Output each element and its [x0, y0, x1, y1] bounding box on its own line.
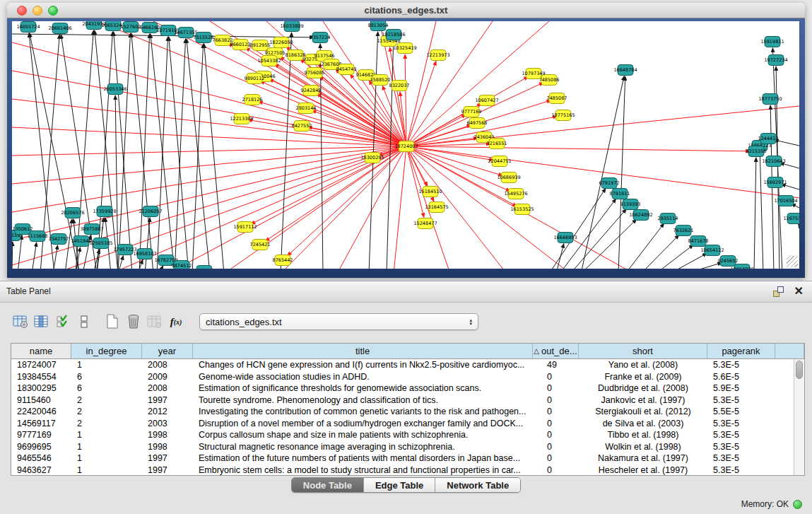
network-canvas[interactable]: 1872400718300295766382286601238912955182…	[12, 21, 799, 269]
citation-edge-black[interactable]	[159, 266, 163, 269]
cell-in_degree[interactable]: 6	[71, 382, 142, 395]
citation-edge-black[interactable]	[618, 76, 625, 269]
graph-node[interactable]: 9777169	[461, 107, 482, 117]
citation-edge-black[interactable]	[145, 218, 150, 269]
cell-title[interactable]: Embryonic stem cells: a model to study s…	[193, 465, 533, 476]
table-row[interactable]: 1456911722003Disruption of a novel membe…	[11, 418, 794, 430]
close-panel-icon[interactable]: ✕	[794, 284, 804, 298]
column-header-in_degree[interactable]: in_degree	[71, 344, 142, 358]
rows-icon[interactable]	[73, 311, 95, 332]
graph-node[interactable]: 1342757	[49, 234, 69, 245]
citation-edge-red[interactable]	[405, 54, 406, 146]
citation-edge-black[interactable]	[581, 219, 637, 269]
cell-year[interactable]: 2003	[142, 418, 193, 430]
cell-out_de[interactable]: 0	[533, 371, 579, 383]
column-header-short[interactable]: short	[579, 344, 707, 358]
column-header-title[interactable]: title	[193, 344, 533, 358]
cell-short[interactable]: Stergiakouli et al. (2012)	[579, 406, 707, 418]
graph-node[interactable]: 16210643	[762, 156, 785, 167]
graph-node[interactable]: 1115688	[28, 231, 48, 242]
column-header-name[interactable]: name	[11, 344, 71, 358]
graph-node[interactable]: 11675338	[783, 214, 799, 224]
cell-out_de[interactable]: 0	[533, 441, 579, 453]
cell-in_degree[interactable]: 1	[71, 441, 142, 453]
citation-edge-red[interactable]	[406, 146, 750, 151]
graph-node[interactable]: 20691406	[48, 23, 71, 34]
column-header-pagerank[interactable]: pagerank	[707, 344, 775, 358]
table-row[interactable]: 1872400712008Changes of HCN gene express…	[11, 359, 794, 371]
graph-node[interactable]: 1588520	[370, 75, 391, 86]
import-table-icon[interactable]	[144, 311, 165, 332]
cell-pagerank[interactable]: 5.3E-5	[707, 441, 775, 453]
graph-node[interactable]: 15692971	[763, 177, 787, 188]
graph-node[interactable]: 9139393	[620, 199, 641, 210]
cell-year[interactable]: 1997	[142, 465, 193, 476]
graph-node[interactable]: 8471678	[688, 236, 709, 247]
citation-edge-red[interactable]	[317, 94, 406, 146]
graph-node[interactable]: 7357224	[310, 33, 331, 43]
cell-short[interactable]: Tibbo et al. (1998)	[579, 429, 707, 441]
cell-year[interactable]: 1997	[142, 395, 193, 407]
cell-pagerank[interactable]: 5.3E-5	[707, 418, 775, 430]
cell-out_de[interactable]: 49	[533, 359, 579, 371]
graph-node[interactable]: 9242848	[301, 86, 322, 96]
citation-edge-black[interactable]	[139, 34, 150, 269]
cell-pagerank[interactable]: 5.6E-5	[707, 371, 775, 383]
column-header-out_de[interactable]: △out_de...	[533, 344, 579, 358]
cell-in_degree[interactable]: 2	[71, 406, 142, 418]
graph-node[interactable]: 1527602	[121, 22, 141, 33]
cell-name[interactable]: 9777169	[11, 429, 71, 441]
cell-name[interactable]: 14569117	[11, 418, 71, 430]
graph-node[interactable]: 8322037	[389, 81, 410, 91]
cell-in_degree[interactable]: 2	[71, 418, 142, 430]
cell-title[interactable]: Estimation of significance thresholds fo…	[193, 382, 533, 395]
cell-title[interactable]: Genome-wide association studies in ADHD.	[193, 371, 533, 383]
cell-year[interactable]: 2009	[142, 371, 193, 383]
table-row[interactable]: 2242004622012Investigating the contribut…	[11, 406, 794, 418]
graph-node[interactable]: 8791911	[610, 189, 630, 199]
citation-edge-black[interactable]	[204, 44, 224, 269]
cell-year[interactable]: 1998	[142, 429, 193, 441]
cell-short[interactable]: Nakamura et al. (1997)	[579, 452, 707, 465]
cell-name[interactable]: 18724007	[11, 359, 71, 371]
scrollbar-thumb[interactable]	[796, 361, 803, 379]
graph-node[interactable]: 16648784	[613, 65, 637, 76]
citation-edge-black[interactable]	[570, 209, 626, 269]
graph-node[interactable]: 15919811	[760, 37, 784, 47]
cell-name[interactable]: 9699695	[11, 441, 71, 453]
cell-year[interactable]: 2008	[142, 382, 193, 395]
citation-edge-black[interactable]	[281, 33, 292, 269]
cell-name[interactable]: 9463627	[11, 465, 71, 476]
cell-out_de[interactable]: 0	[533, 418, 579, 430]
graph-node[interactable]: 8427552	[292, 121, 312, 132]
citation-edge-black[interactable]	[169, 37, 189, 269]
cell-pagerank[interactable]: 5.3E-5	[707, 429, 775, 441]
graph-node[interactable]: 1451942	[71, 236, 92, 247]
citation-edge-black[interactable]	[175, 39, 186, 269]
window-titlebar[interactable]: citations_edges.txt	[7, 3, 805, 18]
citation-edge-black[interactable]	[157, 37, 168, 269]
graph-node[interactable]: 8813054	[368, 21, 389, 31]
graph-node[interactable]: 18775165	[551, 110, 575, 121]
cell-in_degree[interactable]: 1	[71, 429, 142, 441]
graph-node[interactable]: 9890112	[245, 74, 265, 84]
graph-node[interactable]: 18773750	[758, 94, 782, 105]
graph-node[interactable]: 7245421	[250, 240, 271, 250]
cell-pagerank[interactable]: 5.3E-5	[707, 452, 775, 465]
citation-edge-black[interactable]	[760, 152, 763, 269]
cell-title[interactable]: Corpus callosum shape and size in male p…	[193, 429, 533, 441]
cell-title[interactable]: Structural magnetic resonance image aver…	[193, 441, 533, 453]
citation-edge-black[interactable]	[32, 243, 37, 269]
column-header-year[interactable]: year	[142, 344, 193, 358]
cell-short[interactable]: Dudbridge et al. (2008)	[579, 382, 707, 395]
network-graph[interactable]: 1872400718300295766382286601238912955182…	[12, 21, 799, 269]
graph-node[interactable]: 2718126	[242, 95, 263, 105]
table-row[interactable]: 1830029562008Estimation of significance …	[11, 382, 794, 395]
cell-title[interactable]: Investigating the contribution of common…	[193, 406, 533, 418]
graph-node[interactable]: 17359928	[93, 206, 116, 217]
cell-year[interactable]: 2012	[142, 406, 193, 418]
cell-pagerank[interactable]: 5.5E-5	[707, 406, 775, 418]
cell-pagerank[interactable]: 5.3E-5	[707, 395, 775, 407]
vertical-scrollbar[interactable]	[794, 359, 804, 475]
graph-node[interactable]: 6791972	[599, 178, 620, 189]
